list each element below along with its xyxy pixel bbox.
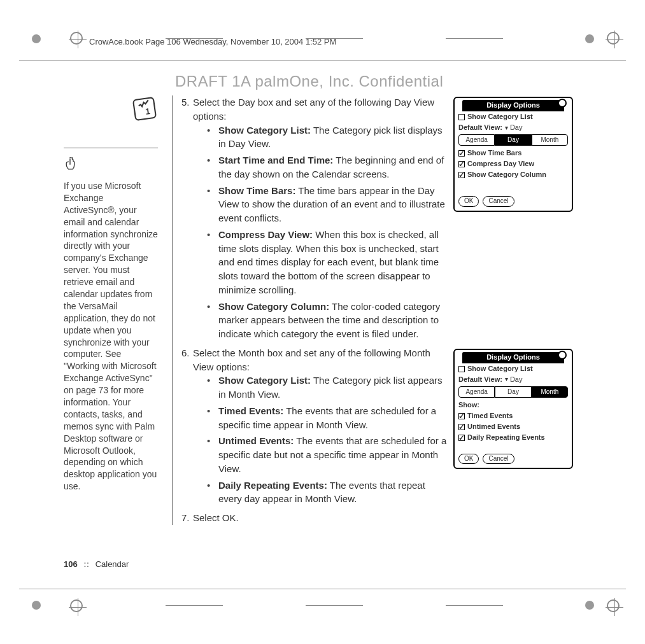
draft-watermark: DRAFT 1A palmOne, Inc. Confidential — [175, 73, 443, 90]
step-number: 7. — [181, 511, 193, 525]
view-tabs[interactable]: Agenda Day Month — [458, 134, 568, 146]
ok-button[interactable]: OK — [458, 196, 479, 207]
content-area: 1 If you use Microsoft Exchange ActiveSy… — [64, 95, 573, 528]
list-item: Show Category List: The Category pick li… — [207, 374, 447, 402]
label-timed-events: Timed Events — [467, 411, 513, 421]
list-item: Timed Events: The events that are schedu… — [207, 404, 447, 432]
tip-hand-icon — [64, 157, 158, 176]
list-item: Untimed Events: The events that are sche… — [207, 434, 447, 475]
checkbox-daily-repeating-events[interactable] — [458, 435, 465, 441]
checkbox-show-time-bars[interactable] — [458, 150, 465, 157]
label-show-category-list: Show Category List — [467, 112, 533, 122]
label-default-view: Default View: — [458, 123, 502, 133]
tab-day[interactable]: Day — [495, 386, 531, 398]
step-number: 6. — [181, 346, 193, 508]
step-5: 5. Select the Day box and set any of the… — [181, 95, 447, 344]
label-compress-day-view: Compress Day View — [467, 159, 534, 169]
view-tabs[interactable]: Agenda Day Month — [458, 386, 568, 398]
tab-agenda[interactable]: Agenda — [458, 134, 495, 146]
label-untimed-events: Untimed Events — [467, 422, 520, 432]
footer-rule — [19, 589, 626, 589]
label-show: Show: — [458, 400, 479, 410]
checkbox-timed-events[interactable] — [458, 413, 465, 419]
tab-month[interactable]: Month — [532, 134, 568, 146]
step-7-intro: Select OK. — [193, 512, 239, 523]
step-number: 5. — [181, 95, 193, 344]
svg-rect-0 — [133, 97, 156, 120]
note-icon: 1 — [64, 95, 158, 122]
dropdown-default-view[interactable]: Day — [505, 375, 523, 385]
sidebar: 1 If you use Microsoft Exchange ActiveSy… — [64, 95, 166, 493]
palm-title: Display Options i — [462, 100, 564, 111]
dropdown-default-view[interactable]: Day — [505, 123, 523, 133]
page-footer: 106 :: Calendar — [64, 559, 129, 569]
cancel-button[interactable]: Cancel — [483, 196, 514, 207]
footer-separator: :: — [83, 559, 89, 569]
list-item: Compress Day View: When this box is chec… — [207, 228, 447, 297]
label-show-category-list: Show Category List — [467, 364, 533, 374]
palm-title: Display Options i — [462, 352, 564, 363]
label-default-view: Default View: — [458, 375, 502, 385]
svg-text:1: 1 — [145, 106, 151, 116]
checkbox-compress-day-view[interactable] — [458, 161, 465, 167]
header-rule — [19, 60, 626, 61]
running-head: CrowAce.book Page 106 Wednesday, Novembe… — [89, 37, 336, 46]
screenshot-display-options-month: Display Options i Show Category List Def… — [453, 349, 573, 470]
list-item: Daily Repeating Events: The events that … — [207, 479, 447, 507]
page-number: 106 — [64, 559, 78, 569]
list-item: Start Time and End Time: The beginning a… — [207, 153, 447, 181]
section-title: Calendar — [96, 559, 129, 569]
tab-agenda[interactable]: Agenda — [458, 386, 495, 398]
info-icon: i — [558, 99, 567, 108]
sidebar-tip-text: If you use Microsoft Exchange ActiveSync… — [64, 180, 158, 493]
tab-month[interactable]: Month — [532, 386, 568, 398]
step-6-intro: Select the Month box and set any of the … — [193, 347, 430, 372]
checkbox-show-category-list[interactable] — [458, 366, 465, 372]
cancel-button[interactable]: Cancel — [483, 454, 514, 465]
screenshot-display-options-day: Display Options i Show Category List Def… — [453, 97, 573, 212]
step-6: 6. Select the Month box and set any of t… — [181, 346, 447, 508]
list-item: Show Category Column: The color-coded ca… — [207, 300, 447, 341]
label-show-category-column: Show Category Column — [467, 170, 546, 180]
label-show-time-bars: Show Time Bars — [467, 148, 521, 158]
list-item: Show Time Bars: The time bars appear in … — [207, 184, 447, 225]
label-daily-repeating-events: Daily Repeating Events — [467, 433, 545, 443]
checkbox-show-category-column[interactable] — [458, 172, 465, 178]
main-column: Display Options i Show Category List Def… — [172, 95, 573, 525]
step-5-intro: Select the Day box and set any of the fo… — [193, 97, 434, 122]
list-item: Show Category List: The Category pick li… — [207, 123, 447, 151]
checkbox-untimed-events[interactable] — [458, 424, 465, 430]
step-7: 7. Select OK. — [181, 511, 573, 525]
tab-day[interactable]: Day — [495, 134, 531, 146]
ok-button[interactable]: OK — [458, 454, 479, 465]
info-icon: i — [558, 351, 567, 360]
checkbox-show-category-list[interactable] — [458, 114, 465, 120]
